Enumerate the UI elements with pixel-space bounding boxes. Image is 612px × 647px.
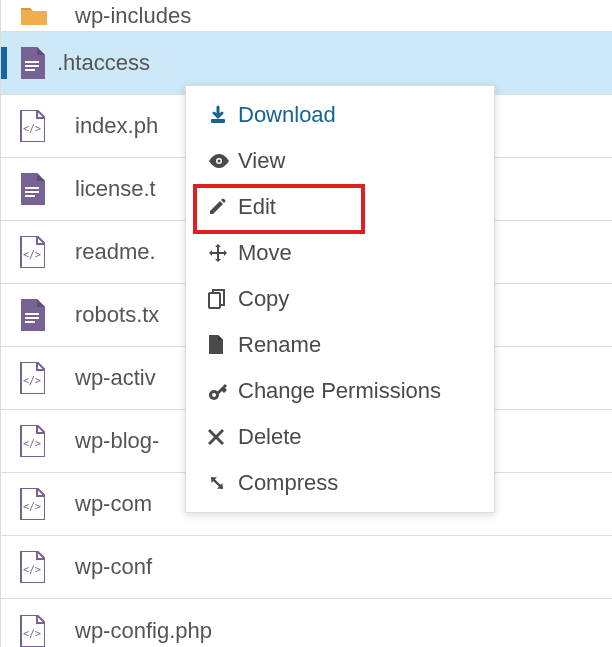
svg-rect-5 <box>25 191 39 193</box>
code-file-icon: </> <box>19 551 75 583</box>
code-file-icon: </> <box>19 362 75 394</box>
svg-rect-8 <box>25 313 39 315</box>
file-name-label: wp-conf <box>75 554 152 580</box>
file-icon <box>208 335 238 355</box>
file-row-wp-config[interactable]: </> wp-config.php <box>0 599 612 647</box>
code-file-icon: </> <box>19 236 75 268</box>
menu-item-edit[interactable]: Edit <box>186 184 494 230</box>
svg-rect-1 <box>25 65 39 67</box>
menu-item-label: Copy <box>238 286 289 312</box>
text-file-icon <box>19 299 75 331</box>
menu-item-label: Rename <box>238 332 321 358</box>
menu-item-view[interactable]: View <box>186 138 494 184</box>
menu-item-label: Change Permissions <box>238 378 441 404</box>
svg-text:</>: </> <box>23 249 41 260</box>
svg-rect-4 <box>25 187 39 189</box>
svg-rect-9 <box>25 317 39 319</box>
key-icon <box>208 381 238 401</box>
code-file-icon: </> <box>19 425 75 457</box>
svg-text:</>: </> <box>23 438 41 449</box>
code-file-icon: </> <box>19 488 75 520</box>
menu-item-copy[interactable]: Copy <box>186 276 494 322</box>
file-name-label: license.t <box>75 176 156 202</box>
file-row-wp-includes[interactable]: wp-includes <box>0 0 612 32</box>
compress-icon <box>208 474 238 492</box>
move-icon <box>208 243 238 263</box>
svg-rect-19 <box>209 293 220 308</box>
svg-point-18 <box>218 160 221 163</box>
menu-item-label: Download <box>238 102 336 128</box>
context-menu: Download View Edit Move Copy Rename <box>185 85 495 513</box>
svg-text:</>: </> <box>23 564 41 575</box>
menu-item-label: View <box>238 148 285 174</box>
text-file-icon <box>1 47 57 79</box>
svg-text:</>: </> <box>23 123 41 134</box>
file-name-label: wp-com <box>75 491 152 517</box>
menu-item-rename[interactable]: Rename <box>186 322 494 368</box>
download-icon <box>208 105 238 125</box>
svg-text:</>: </> <box>23 628 41 639</box>
code-file-icon: </> <box>19 615 75 647</box>
file-name-label: readme. <box>75 239 156 265</box>
eye-icon <box>208 154 238 168</box>
menu-item-delete[interactable]: Delete <box>186 414 494 460</box>
svg-text:</>: </> <box>23 501 41 512</box>
svg-point-21 <box>212 393 216 397</box>
file-name-label: .htaccess <box>57 50 150 76</box>
file-name-label: wp-activ <box>75 365 156 391</box>
file-name-label: robots.tx <box>75 302 159 328</box>
svg-rect-10 <box>25 321 35 323</box>
file-name-label: wp-config.php <box>75 618 212 644</box>
pencil-icon <box>208 198 238 216</box>
file-name-label: wp-includes <box>75 3 191 29</box>
menu-item-label: Move <box>238 240 292 266</box>
file-name-label: index.ph <box>75 113 158 139</box>
code-file-icon: </> <box>19 110 75 142</box>
text-file-icon <box>19 173 75 205</box>
svg-rect-16 <box>211 119 225 123</box>
svg-rect-2 <box>25 69 35 71</box>
svg-rect-0 <box>25 61 39 63</box>
menu-item-move[interactable]: Move <box>186 230 494 276</box>
file-row-wp-config-sample[interactable]: </> wp-conf <box>0 536 612 599</box>
menu-item-label: Compress <box>238 470 338 496</box>
svg-rect-6 <box>25 195 35 197</box>
x-icon <box>208 429 238 445</box>
svg-text:</>: </> <box>23 375 41 386</box>
menu-item-change-permissions[interactable]: Change Permissions <box>186 368 494 414</box>
menu-item-label: Edit <box>238 194 276 220</box>
folder-icon <box>19 5 75 26</box>
menu-item-download[interactable]: Download <box>186 92 494 138</box>
menu-item-compress[interactable]: Compress <box>186 460 494 506</box>
copy-icon <box>208 289 238 309</box>
menu-item-label: Delete <box>238 424 302 450</box>
file-name-label: wp-blog- <box>75 428 159 454</box>
